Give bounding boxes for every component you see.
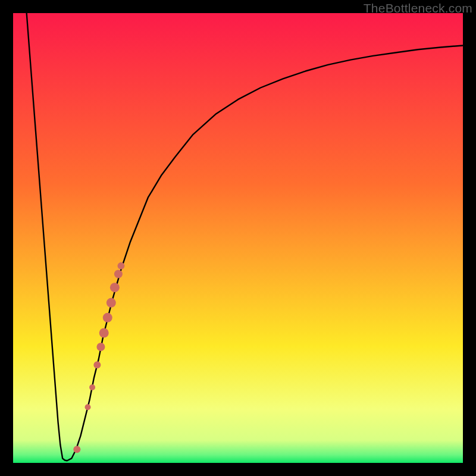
gradient-background: [13, 13, 463, 463]
data-dot: [85, 404, 91, 410]
data-dot: [89, 384, 95, 390]
chart-frame: TheBottleneck.com: [0, 0, 476, 476]
data-dot: [107, 298, 116, 308]
plot-svg: [13, 13, 463, 463]
data-dot: [99, 328, 109, 338]
data-dot: [103, 313, 112, 322]
data-dot: [110, 283, 120, 292]
data-dot: [73, 446, 80, 453]
watermark-text: TheBottleneck.com: [364, 1, 472, 15]
data-dot: [114, 270, 123, 278]
data-dot: [96, 343, 105, 351]
data-dot: [117, 262, 124, 270]
data-dot: [93, 361, 101, 368]
plot-area: [13, 13, 463, 463]
